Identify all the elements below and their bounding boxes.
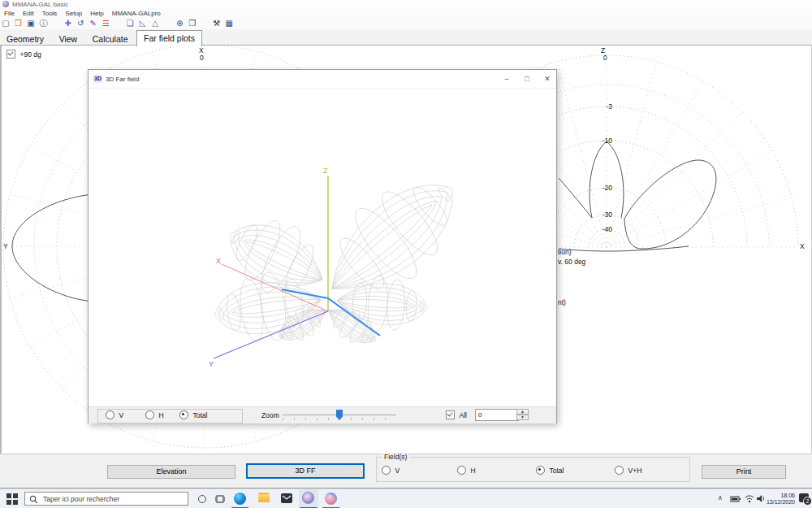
- ff3d-window-title: 3D Far field: [106, 76, 139, 83]
- close-button[interactable]: ✕: [542, 73, 553, 85]
- elevation-axis-right-label: X: [800, 242, 805, 250]
- tab-calculate[interactable]: Calculate: [86, 32, 135, 46]
- toolbar: ▢ ❒ ▣ ⓘ ✚ ↺ ✎ ☰ ❏ ◺ △ ⊕ ❐ ⚒ ▦: [0, 18, 812, 29]
- save-icon[interactable]: ▣: [26, 19, 36, 28]
- menu-help[interactable]: Help: [86, 9, 107, 18]
- move-icon[interactable]: ✚: [63, 19, 73, 28]
- elevation-pattern: [559, 141, 716, 251]
- all-checkbox[interactable]: All: [446, 410, 467, 419]
- network-icon[interactable]: [745, 494, 754, 503]
- angle-icon[interactable]: ◺: [138, 19, 148, 28]
- angle-spin-input[interactable]: 0: [475, 409, 519, 421]
- info-icon[interactable]: ⓘ: [39, 19, 49, 28]
- mmana-app-button[interactable]: [299, 489, 318, 507]
- radio-h-3d[interactable]: H: [145, 410, 164, 419]
- file-explorer-icon[interactable]: [258, 494, 270, 502]
- legend-fragment-1: tion): [558, 248, 572, 256]
- search-input[interactable]: Taper ici pour rechercher: [24, 492, 188, 506]
- ff3d-window: 3D 3D Far field – □ ✕ Z X Y V: [88, 69, 557, 423]
- legend-fragment-3: nt): [558, 298, 566, 306]
- elevation-zero-label: 0: [603, 54, 607, 62]
- app-titlebar: MMANA-GAL basic: [0, 0, 812, 9]
- task-view-icon[interactable]: [215, 494, 225, 504]
- triangle-icon[interactable]: △: [150, 19, 160, 28]
- spin-down-icon[interactable]: ▼: [516, 415, 529, 420]
- radio-field-total[interactable]: Total: [536, 466, 564, 475]
- mmana-icon: [302, 492, 314, 504]
- ff3d-canvas[interactable]: Z X Y: [89, 88, 556, 406]
- radio-field-vh[interactable]: V+H: [615, 466, 641, 475]
- open-icon[interactable]: ❒: [14, 19, 24, 28]
- azimuth-pattern: [12, 194, 93, 302]
- menu-bar: FileEditToolsSetupHelpMMANA-GALpro: [0, 9, 812, 18]
- plus90-label: +90 dg: [20, 50, 41, 59]
- db-tick-10: -10: [594, 137, 612, 145]
- tray-date: 13/12/2020: [764, 499, 795, 506]
- mail-icon[interactable]: [281, 493, 292, 503]
- db-tick-20: -20: [594, 184, 612, 192]
- app-icon: [2, 1, 9, 7]
- ff3d-button[interactable]: 3D FF: [246, 463, 365, 479]
- tab-geometry[interactable]: Geometry: [0, 32, 50, 46]
- minimize-button[interactable]: –: [501, 73, 512, 85]
- plus90-checkbox[interactable]: +90 dg: [6, 50, 41, 59]
- radio-total-3d[interactable]: Total: [179, 410, 207, 419]
- menu-setup[interactable]: Setup: [61, 9, 86, 18]
- maximize-button[interactable]: □: [521, 73, 533, 85]
- start-button-icon[interactable]: [6, 493, 18, 505]
- y-axis-label: Y: [209, 360, 214, 368]
- new-icon[interactable]: ▢: [1, 19, 11, 28]
- target-icon[interactable]: ⊕: [175, 19, 184, 28]
- notification-icon[interactable]: 2: [799, 493, 809, 502]
- cortana-icon[interactable]: [198, 495, 206, 503]
- ff3d-control-strip: V H Total Zoom All 0 ▲ ▼: [89, 406, 556, 423]
- table-icon[interactable]: ▦: [224, 19, 234, 28]
- print-button[interactable]: Print: [702, 465, 786, 479]
- spin-up-icon[interactable]: ▲: [516, 409, 529, 415]
- radio-v-3d[interactable]: V: [106, 410, 123, 419]
- search-placeholder: Taper ici pour rechercher: [43, 495, 119, 503]
- tray-time: 18:06: [764, 493, 795, 499]
- ff3d-window-icon: 3D: [93, 75, 102, 83]
- radio-field-h[interactable]: H: [457, 466, 476, 475]
- tray-clock[interactable]: 18:06 13/12/2020: [764, 493, 795, 506]
- radio-field-v[interactable]: V: [382, 466, 400, 475]
- tab-bar: Geometry View Calculate Far field plots: [0, 29, 812, 45]
- legend-fragment-2: v. 60 deg: [558, 258, 585, 266]
- edge-icon[interactable]: [234, 493, 246, 505]
- tab-view[interactable]: View: [53, 32, 84, 46]
- footer-bar: Elevation 3D FF Field(s) V H Total V+H P…: [0, 454, 812, 484]
- desktop: MMANA-GAL basic FileEditToolsSetupHelpMM…: [0, 0, 812, 508]
- gal-ana-icon[interactable]: [325, 493, 337, 505]
- wireframe-pattern: [209, 154, 480, 354]
- rotate-icon[interactable]: ↺: [76, 19, 85, 28]
- elevation-button[interactable]: Elevation: [107, 465, 235, 479]
- edit-wire-icon[interactable]: ✎: [89, 19, 98, 28]
- angle-spin-arrows[interactable]: ▲ ▼: [516, 409, 529, 421]
- copy-icon[interactable]: ❐: [188, 19, 197, 28]
- document-icon[interactable]: ❏: [125, 19, 135, 28]
- db-tick-30: -30: [594, 211, 612, 219]
- zoom-label: Zoom: [261, 411, 279, 419]
- taskbar: Taper ici pour rechercher ∧: [0, 488, 812, 508]
- z-axis-label: Z: [323, 167, 328, 175]
- tools-icon[interactable]: ⚒: [212, 19, 222, 28]
- tab-far-field-plots[interactable]: Far field plots: [136, 30, 202, 46]
- azimuth-axis-left-label: Y: [3, 242, 8, 250]
- fields-label: Field(s): [382, 453, 409, 461]
- menu-tools[interactable]: Tools: [38, 9, 62, 18]
- plus90-checkbox-box[interactable]: [6, 50, 15, 59]
- tray-chevron-icon[interactable]: ∧: [718, 494, 723, 501]
- wires-icon[interactable]: ☰: [101, 19, 110, 28]
- notification-badge: 2: [803, 497, 812, 506]
- window-bottom-edge: [0, 483, 812, 488]
- db-tick-3: -3: [594, 102, 612, 111]
- db-tick-40: -40: [594, 225, 612, 233]
- ff3d-titlebar[interactable]: 3D 3D Far field – □ ✕: [89, 70, 556, 89]
- x-axis-label: X: [216, 257, 221, 265]
- menu-file[interactable]: File: [0, 9, 19, 18]
- menu-edit[interactable]: Edit: [19, 9, 38, 18]
- app-title: MMANA-GAL basic: [12, 1, 68, 8]
- battery-icon[interactable]: [730, 496, 741, 502]
- menu-mmana-galpro[interactable]: MMANA-GALpro: [108, 9, 165, 18]
